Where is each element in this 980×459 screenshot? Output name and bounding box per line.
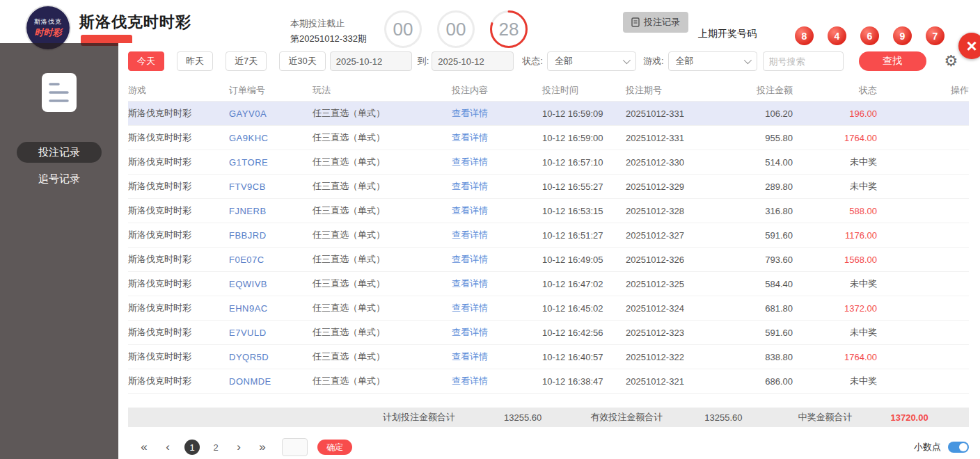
close-button[interactable]: × <box>958 33 980 59</box>
cell-time: 10-12 16:45:02 <box>542 303 626 314</box>
status-select[interactable]: 全部 <box>547 51 636 71</box>
decimal-toggle-group: 小数点 <box>914 441 969 453</box>
page-jump-input[interactable] <box>282 438 308 456</box>
cell-game: 斯洛伐克时时彩 <box>128 253 229 266</box>
cell-detail-link[interactable]: 查看详情 <box>452 351 542 363</box>
bet-record-button[interactable]: 投注记录 <box>623 12 688 33</box>
valid-total-value: 13255.60 <box>704 412 742 423</box>
win-total-label: 中奖金额合计 <box>798 411 852 424</box>
cell-detail-link[interactable]: 查看详情 <box>452 326 542 339</box>
cell-detail-link[interactable]: 查看详情 <box>452 277 542 290</box>
date-to-input[interactable] <box>432 51 514 71</box>
cell-status: 未中奖 <box>793 156 877 168</box>
cell-order[interactable]: DYQR5D <box>229 352 313 362</box>
gear-icon[interactable]: ⚙ <box>945 54 958 69</box>
cell-play: 任三直选（单式） <box>313 204 452 217</box>
cell-amount: 686.00 <box>730 376 793 387</box>
game-select[interactable]: 全部 <box>668 51 757 71</box>
page-button-1[interactable]: 1 <box>184 440 200 455</box>
cell-detail-link[interactable]: 查看详情 <box>452 229 542 241</box>
cell-order[interactable]: F0E07C <box>229 255 313 265</box>
table-row[interactable]: 斯洛伐克时时彩GA9KHC任三直选（单式）查看详情10-12 16:59:002… <box>128 126 969 150</box>
status-select-value: 全部 <box>555 55 573 67</box>
cell-order[interactable]: FBBJRD <box>229 230 313 241</box>
cell-play: 任三直选（单式） <box>313 302 452 314</box>
cell-detail-link[interactable]: 查看详情 <box>452 180 542 193</box>
cell-status: 未中奖 <box>793 180 877 193</box>
summary-bar: 计划投注金额合计 13255.60 有效投注金额合计 13255.60 中奖金额… <box>128 408 969 427</box>
cell-detail-link[interactable]: 查看详情 <box>452 156 542 168</box>
screen: 斯洛伐克 时时彩 斯洛伐克时时彩 本期投注截止 第20251012-332期 投… <box>0 0 980 459</box>
cell-order[interactable]: GAYV0A <box>229 108 313 119</box>
first-page-button[interactable]: « <box>137 440 151 454</box>
table-row[interactable]: 斯洛伐克时时彩DONMDE任三直选（单式）查看详情10-12 16:38:472… <box>128 369 969 394</box>
draw-ball: 6 <box>860 26 879 45</box>
table-row[interactable]: 斯洛伐克时时彩FBBJRD任三直选（单式）查看详情10-12 16:51:272… <box>128 223 969 248</box>
cell-amount: 106.20 <box>730 108 793 119</box>
cell-detail-link[interactable]: 查看详情 <box>452 204 542 217</box>
confirm-button[interactable]: 确定 <box>317 440 352 455</box>
cell-order[interactable]: FTV9CB <box>229 182 313 192</box>
cell-order[interactable]: EHN9AC <box>229 303 313 314</box>
date-from-input[interactable] <box>330 51 412 71</box>
table-row[interactable]: 斯洛伐克时时彩GAYV0A任三直选（单式）查看详情10-12 16:59:092… <box>128 102 969 126</box>
cell-issue: 20251012-330 <box>626 157 730 168</box>
quick-filter-button-0[interactable]: 今天 <box>128 51 164 71</box>
cell-time: 10-12 16:59:00 <box>542 133 626 143</box>
quick-filter-group: 今天昨天近7天近30天 <box>128 51 330 71</box>
cell-status: 1372.00 <box>793 303 877 314</box>
cell-detail-link[interactable]: 查看详情 <box>452 107 542 120</box>
quick-filter-button-2[interactable]: 近7天 <box>226 51 267 71</box>
cell-issue: 20251012-328 <box>626 206 730 216</box>
cell-order[interactable]: EQWIVB <box>229 279 313 289</box>
table-row[interactable]: 斯洛伐克时时彩FTV9CB任三直选（单式）查看详情10-12 16:55:272… <box>128 175 969 199</box>
game-select-value: 全部 <box>676 55 694 67</box>
next-page-button[interactable]: › <box>232 440 246 454</box>
valid-total-label: 有效投注金额合计 <box>590 411 663 424</box>
cell-time: 10-12 16:40:57 <box>542 352 626 362</box>
deadline-block: 本期投注截止 第20251012-332期 <box>290 17 367 45</box>
cell-time: 10-12 16:38:47 <box>542 376 626 387</box>
sidebar-item-bet-records[interactable]: 投注记录 <box>17 142 102 163</box>
cell-detail-link[interactable]: 查看详情 <box>452 131 542 144</box>
countdown-timer: 00 00 28 <box>384 10 528 49</box>
quick-filter-button-3[interactable]: 近30天 <box>279 51 325 71</box>
cell-issue: 20251012-322 <box>626 352 730 362</box>
cell-game: 斯洛伐克时时彩 <box>128 107 229 120</box>
cell-order[interactable]: DONMDE <box>229 376 313 387</box>
plan-total-value: 13255.60 <box>504 412 542 423</box>
table-row[interactable]: 斯洛伐克时时彩G1TORE任三直选（单式）查看详情10-12 16:57:102… <box>128 150 969 175</box>
cell-order[interactable]: E7VULD <box>229 328 313 338</box>
cell-order[interactable]: G1TORE <box>229 157 313 168</box>
cell-issue: 20251012-326 <box>626 255 730 265</box>
sidebar-item-chase-records[interactable]: 追号记录 <box>0 172 118 186</box>
cell-issue: 20251012-323 <box>626 328 730 338</box>
search-button[interactable]: 查找 <box>859 51 926 71</box>
table-row[interactable]: 斯洛伐克时时彩FJNERB任三直选（单式）查看详情10-12 16:53:152… <box>128 199 969 223</box>
cell-play: 任三直选（单式） <box>313 253 452 266</box>
decimal-toggle[interactable] <box>948 442 969 453</box>
table-row[interactable]: 斯洛伐克时时彩E7VULD任三直选（单式）查看详情10-12 16:42:562… <box>128 321 969 345</box>
last-page-button[interactable]: » <box>255 440 269 454</box>
cell-detail-link[interactable]: 查看详情 <box>452 253 542 266</box>
table-row[interactable]: 斯洛伐克时时彩F0E07C任三直选（单式）查看详情10-12 16:49:052… <box>128 248 969 272</box>
cell-time: 10-12 16:59:09 <box>542 108 626 119</box>
column-header: 投注期号 <box>626 84 730 97</box>
document-icon <box>41 72 77 113</box>
table-row[interactable]: 斯洛伐克时时彩DYQR5D任三直选（单式）查看详情10-12 16:40:572… <box>128 345 969 369</box>
cell-detail-link[interactable]: 查看详情 <box>452 375 542 387</box>
cell-game: 斯洛伐克时时彩 <box>128 180 229 193</box>
table-row[interactable]: 斯洛伐克时时彩EHN9AC任三直选（单式）查看详情10-12 16:45:022… <box>128 296 969 321</box>
prev-page-button[interactable]: ‹ <box>161 440 175 454</box>
deadline-label: 本期投注截止 <box>290 17 367 30</box>
table-row[interactable]: 斯洛伐克时时彩EQWIVB任三直选（单式）查看详情10-12 16:47:022… <box>128 272 969 296</box>
quick-filter-button-1[interactable]: 昨天 <box>177 51 213 71</box>
cell-detail-link[interactable]: 查看详情 <box>452 302 542 314</box>
cell-order[interactable]: GA9KHC <box>229 133 313 143</box>
cell-game: 斯洛伐克时时彩 <box>128 326 229 339</box>
cell-status: 196.00 <box>793 108 877 119</box>
cell-order[interactable]: FJNERB <box>229 206 313 216</box>
page-button-2[interactable]: 2 <box>208 440 223 455</box>
cell-issue: 20251012-331 <box>626 133 730 143</box>
issue-search-input[interactable] <box>763 51 844 71</box>
